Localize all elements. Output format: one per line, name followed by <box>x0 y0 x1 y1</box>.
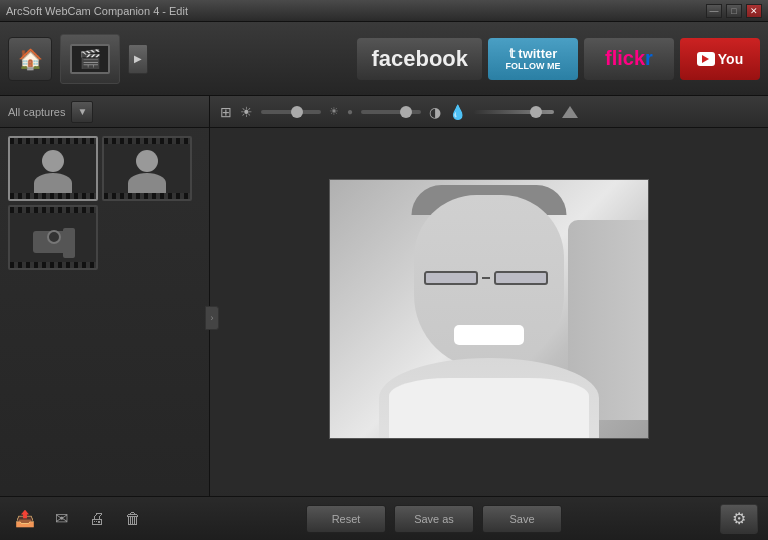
expand-icon: ⊞ <box>220 104 232 120</box>
thumb-face-2 <box>120 148 175 193</box>
brightness-slider-wrap <box>261 110 321 114</box>
share-icon[interactable]: 📤 <box>10 505 40 533</box>
thumb-inner-1 <box>10 138 96 199</box>
email-icon[interactable]: ✉ <box>46 505 76 533</box>
flickr-label: flickr <box>605 47 653 70</box>
main-image <box>329 179 649 439</box>
glass-left <box>424 271 478 285</box>
brightness-label: ☀ <box>329 105 339 118</box>
thumbnail-3[interactable] <box>8 205 98 270</box>
twitter-sub: FOLLOW ME <box>506 61 561 71</box>
minimize-button[interactable]: — <box>706 4 722 18</box>
triangle-icon <box>562 106 578 118</box>
left-panel: All captures ▼ <box>0 96 210 540</box>
capture-bar: All captures ▼ <box>0 96 209 128</box>
youtube-play-icon <box>697 52 715 66</box>
color-icon: 💧 <box>449 104 466 120</box>
thumb-cam-3 <box>28 218 78 258</box>
color-thumb <box>530 106 542 118</box>
thumb-inner-3 <box>10 207 96 268</box>
thumb-face-circle <box>42 150 64 172</box>
film-strip-icon: 🎬 <box>70 44 110 74</box>
bottom-right: ⚙ <box>720 504 758 534</box>
thumb-face-body <box>34 173 72 193</box>
bottom-left-icons: 📤 ✉ 🖨 🗑 <box>10 505 148 533</box>
flickr-button[interactable]: flickr <box>584 38 674 80</box>
glass-bridge <box>482 277 490 279</box>
brightness-thumb <box>291 106 303 118</box>
contrast-icon: ◑ <box>429 104 441 120</box>
capture-dropdown[interactable]: ▼ <box>71 101 93 123</box>
contrast-slider[interactable] <box>361 110 421 114</box>
cam-lens <box>47 230 61 244</box>
thumb-face-1 <box>26 148 81 193</box>
thumbnail-1[interactable] <box>8 136 98 201</box>
portrait-background <box>330 180 648 438</box>
settings-button[interactable]: ⚙ <box>720 504 758 534</box>
youtube-label: You <box>718 51 743 67</box>
top-toolbar: 🏠 🎬 ▶ facebook 𝕥 twitter FOLLOW ME flick… <box>0 22 768 96</box>
reset-button[interactable]: Reset <box>306 505 386 533</box>
thumb-face-circle-2 <box>136 150 158 172</box>
close-button[interactable]: ✕ <box>746 4 762 18</box>
capture-label: All captures <box>8 106 65 118</box>
save-as-button[interactable]: Save as <box>394 505 474 533</box>
glass-right <box>494 271 548 285</box>
contrast-thumb <box>400 106 412 118</box>
home-button[interactable]: 🏠 <box>8 37 52 81</box>
brightness-slider[interactable] <box>261 110 321 114</box>
print-icon[interactable]: 🖨 <box>82 505 112 533</box>
bottom-bar: 📤 ✉ 🖨 🗑 Reset Save as Save ⚙ <box>0 496 768 540</box>
thumbnails-list <box>0 128 209 278</box>
titlebar-text: ArcSoft WebCam Companion 4 - Edit <box>6 5 188 17</box>
nav-arrow-button[interactable]: ▶ <box>128 44 148 74</box>
save-button[interactable]: Save <box>482 505 562 533</box>
thumb-inner-2 <box>104 138 190 199</box>
portrait-mouth <box>454 325 524 345</box>
right-panel: ⊞ ☀ ☀ ● ◑ 💧 <box>210 96 768 540</box>
cam-body <box>33 231 68 253</box>
titlebar: ArcSoft WebCam Companion 4 - Edit — □ ✕ <box>0 0 768 22</box>
panel-collapse-button[interactable]: › <box>205 306 219 330</box>
brightness-icon: ☀ <box>240 104 253 120</box>
portrait-glasses <box>424 270 554 286</box>
portrait-face <box>414 195 564 370</box>
maximize-button[interactable]: □ <box>726 4 742 18</box>
youtube-button[interactable]: You <box>680 38 760 80</box>
portrait-shirt <box>389 378 589 438</box>
dot-separator: ● <box>347 106 353 117</box>
thumbnail-2[interactable] <box>102 136 192 201</box>
color-slider[interactable] <box>474 110 554 114</box>
delete-icon[interactable]: 🗑 <box>118 505 148 533</box>
main-area: All captures ▼ <box>0 96 768 540</box>
image-area <box>210 128 768 490</box>
thumb-face-body-2 <box>128 173 166 193</box>
facebook-button[interactable]: facebook <box>357 38 482 80</box>
film-icon: 🎬 <box>60 34 120 84</box>
adjust-bar: ⊞ ☀ ☀ ● ◑ 💧 <box>210 96 768 128</box>
social-buttons: facebook 𝕥 twitter FOLLOW ME flickr You <box>156 38 760 80</box>
twitter-button[interactable]: 𝕥 twitter FOLLOW ME <box>488 38 578 80</box>
twitter-logo: 𝕥 twitter <box>509 46 558 61</box>
color-slider-wrap <box>474 110 554 114</box>
bottom-center-buttons: Reset Save as Save <box>306 505 562 533</box>
titlebar-controls: — □ ✕ <box>706 4 762 18</box>
contrast-slider-wrap <box>361 110 421 114</box>
